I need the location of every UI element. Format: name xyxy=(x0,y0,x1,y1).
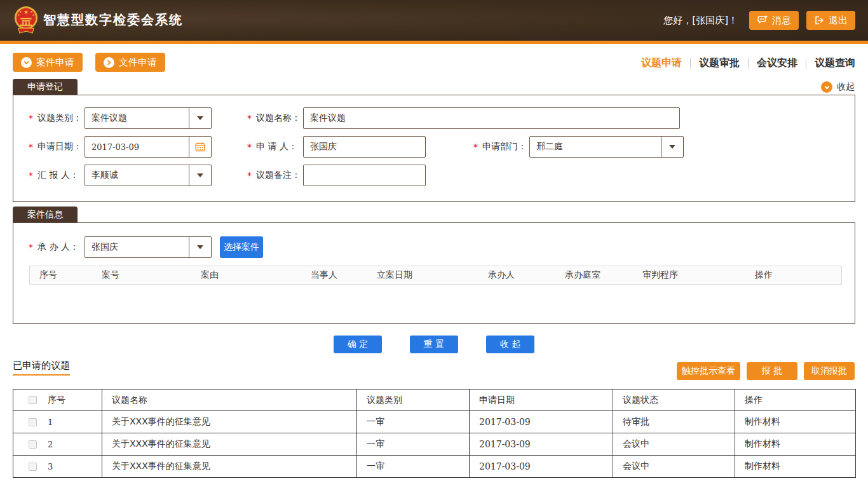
apply-date-picker[interactable] xyxy=(85,136,212,158)
topic-type-select[interactable]: 案件议题 xyxy=(85,107,212,129)
remark-label: 议题备注： xyxy=(256,170,303,181)
apply-dept-label: 申请部门： xyxy=(482,141,529,152)
cell-topic-status: 会议中 xyxy=(613,433,735,456)
topic-type-label: 议题类别： xyxy=(37,112,85,124)
cell-topic-type: 一审 xyxy=(357,433,470,456)
apply-date-input[interactable] xyxy=(85,142,189,152)
dropdown-arrow-icon[interactable] xyxy=(661,137,683,157)
table-row: 1 关于XXX事件的征集意见 一审 2017-03-09 待审批 制作材料 xyxy=(13,411,856,433)
col-court: 承办庭室 xyxy=(555,269,633,281)
dropdown-arrow-icon[interactable] xyxy=(189,165,211,186)
table-row: 2 关于XXX事件的征集意见 一审 2017-03-09 会议中 制作材料 xyxy=(13,433,856,456)
cell-topic-status: 待审批 xyxy=(613,411,735,433)
confirm-button[interactable]: 确 定 xyxy=(334,336,382,353)
applied-topics-table: 序号 议题名称 议题类别 申请日期 议题状态 操作 1 关于XXX事件的征集意见… xyxy=(13,389,856,478)
cell-topic-type: 一审 xyxy=(357,456,470,478)
case-table-header: 序号 案号 案由 当事人 立案日期 承办人 承办庭室 审判程序 操作 xyxy=(29,266,842,285)
required-marker: * xyxy=(29,170,37,180)
tab-meeting-arrange[interactable]: 会议安排 xyxy=(757,57,797,70)
cell-topic-status: 会议中 xyxy=(613,456,735,478)
required-marker: * xyxy=(29,142,37,152)
cell-topic-type: 一审 xyxy=(357,411,470,433)
svg-text:★: ★ xyxy=(32,13,35,17)
tab-topic-approve[interactable]: 议题审批 xyxy=(699,57,740,70)
tab-divider xyxy=(690,58,691,69)
applicant-input[interactable] xyxy=(303,136,426,158)
cell-apply-date: 2017-03-09 xyxy=(470,456,613,478)
applicant-label: 申 请 人： xyxy=(256,141,303,152)
col-operation: 操作 xyxy=(735,390,856,411)
reporter-select[interactable]: 李顺诚 xyxy=(85,165,212,186)
topic-name-input[interactable] xyxy=(303,107,680,129)
dropdown-arrow-icon[interactable] xyxy=(189,108,211,128)
cancel-approve-button[interactable]: 取消报批 xyxy=(804,362,855,380)
svg-text:★: ★ xyxy=(31,10,33,13)
logout-icon xyxy=(814,15,824,25)
cell-topic-name: 关于XXX事件的征集意见 xyxy=(102,411,357,433)
cell-apply-date: 2017-03-09 xyxy=(470,433,613,456)
register-panel: * 议题类别： 案件议题 * 议题名称： * 申请日期： xyxy=(13,95,855,202)
col-party: 当事人 xyxy=(301,269,367,281)
file-apply-button[interactable]: 文件申请 xyxy=(95,53,165,72)
col-cause: 案由 xyxy=(191,269,301,281)
undertaker-label: 承 办 人： xyxy=(37,241,85,253)
make-material-link[interactable]: 制作材料 xyxy=(735,456,856,478)
remark-input[interactable] xyxy=(303,165,426,186)
tab-topic-apply[interactable]: 议题申请 xyxy=(641,57,682,70)
tab-topic-query[interactable]: 议题查询 xyxy=(815,57,855,70)
section-tab-case-info: 案件信息 xyxy=(13,207,78,223)
tab-divider xyxy=(806,58,806,69)
reporter-label: 汇 报 人： xyxy=(37,170,85,181)
required-marker: * xyxy=(247,142,256,152)
logout-button[interactable]: 退出 xyxy=(806,11,855,30)
cell-topic-name: 关于XXX事件的征集意见 xyxy=(102,433,357,456)
submit-approve-button[interactable]: 报 批 xyxy=(747,362,797,380)
row-checkbox[interactable] xyxy=(29,440,37,449)
required-marker: * xyxy=(247,113,256,123)
make-material-link[interactable]: 制作材料 xyxy=(735,433,856,456)
case-info-panel: * 承 办 人： 张国庆 选择案件 序号 案号 案由 当事人 立案日期 承办人 … xyxy=(13,222,855,324)
select-all-checkbox[interactable] xyxy=(29,396,37,404)
make-material-link[interactable]: 制作材料 xyxy=(735,411,856,433)
row-checkbox[interactable] xyxy=(29,463,37,471)
user-greeting: 您好，[张国庆]！ xyxy=(663,15,738,27)
section-tab-register: 申请登记 xyxy=(13,79,78,95)
header-accent-bar xyxy=(0,41,868,44)
message-button[interactable]: 消息 xyxy=(749,11,799,30)
svg-text:★: ★ xyxy=(19,10,22,13)
calendar-icon[interactable] xyxy=(189,137,211,157)
apply-dept-select[interactable]: 邢二庭 xyxy=(529,136,684,158)
tab-divider xyxy=(748,58,749,69)
svg-text:★: ★ xyxy=(24,9,29,15)
cell-apply-date: 2017-03-09 xyxy=(470,411,613,433)
required-marker: * xyxy=(29,113,37,123)
table-header-row: 序号 议题名称 议题类别 申请日期 议题状态 操作 xyxy=(13,390,856,411)
collapse-button[interactable]: 收 起 xyxy=(486,336,534,353)
cell-topic-name: 关于XXX事件的征集意见 xyxy=(102,456,357,478)
reset-button[interactable]: 重 置 xyxy=(410,336,458,353)
app-header: ★ ★ ★ ★ ★ 智慧型数字检委会系统 您好，[张国庆]！ xyxy=(0,0,868,41)
required-marker: * xyxy=(247,170,256,180)
table-row: 3 关于XXX事件的征集意见 一审 2017-03-09 会议中 制作材料 xyxy=(13,456,856,478)
topic-name-label: 议题名称： xyxy=(256,112,303,124)
applied-topics-title: 已申请的议题 xyxy=(13,360,70,376)
col-topic-type: 议题类别 xyxy=(357,390,470,411)
chevron-down-circle-icon xyxy=(21,57,32,68)
row-checkbox[interactable] xyxy=(29,418,37,426)
col-seq: 序号 xyxy=(30,269,92,281)
dropdown-arrow-icon[interactable] xyxy=(189,237,211,257)
col-case-no: 案号 xyxy=(92,269,191,281)
chevron-right-circle-icon xyxy=(104,57,114,68)
page: ★ ★ ★ ★ ★ 智慧型数字检委会系统 您好，[张国庆]！ xyxy=(0,0,868,488)
touch-view-button[interactable]: 触控批示查看 xyxy=(677,362,740,380)
chevron-down-icon xyxy=(821,81,832,93)
col-procedure: 审判程序 xyxy=(633,269,745,281)
apply-date-label: 申请日期： xyxy=(37,141,85,152)
collapse-panel-link[interactable]: 收起 xyxy=(821,81,855,93)
undertaker-select[interactable]: 张国庆 xyxy=(85,236,212,258)
required-marker: * xyxy=(29,242,37,252)
required-marker: * xyxy=(473,142,482,152)
select-case-button[interactable]: 选择案件 xyxy=(220,236,263,258)
case-apply-button[interactable]: 案件申请 xyxy=(13,53,83,72)
col-apply-date: 申请日期 xyxy=(470,390,613,411)
